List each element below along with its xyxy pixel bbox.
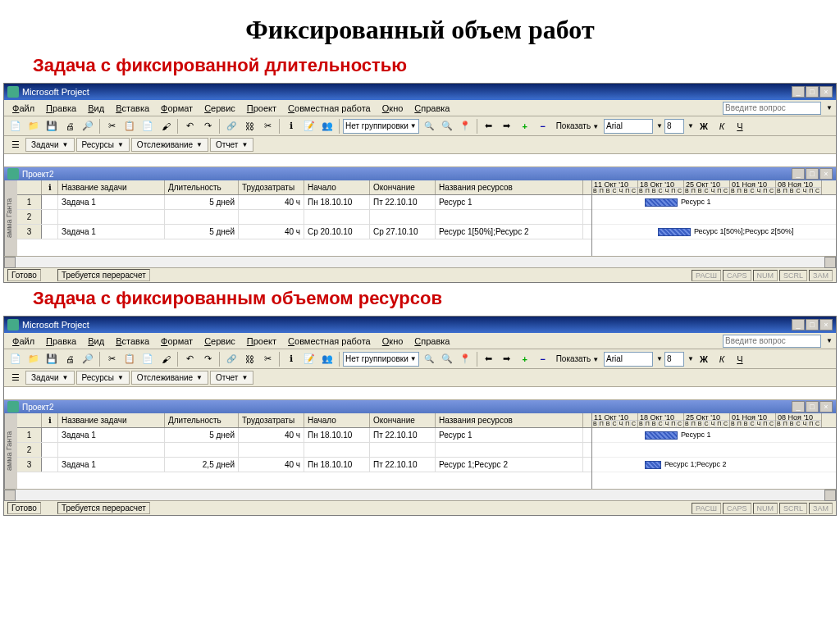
size-dropdown-arrow[interactable]: ▼	[687, 355, 694, 362]
italic-button[interactable]: К	[714, 118, 730, 134]
work-cell[interactable]: 40 ч	[239, 195, 304, 209]
resources-cell[interactable]	[436, 443, 583, 457]
doc-minimize-button[interactable]: _	[792, 401, 805, 412]
col-header-name[interactable]: Название задачи	[58, 413, 165, 427]
duration-cell[interactable]	[165, 443, 239, 457]
open-icon[interactable]	[25, 118, 42, 134]
link-icon[interactable]	[223, 118, 240, 134]
bold-button[interactable]: Ж	[696, 351, 712, 367]
end-cell[interactable]: Пт 22.10.10	[370, 195, 436, 209]
doc-maximize-button[interactable]: □	[806, 168, 819, 180]
task-name-cell[interactable]	[58, 210, 165, 224]
gantt-bar[interactable]	[645, 431, 678, 440]
menu-3[interactable]: Вставка	[111, 102, 154, 115]
doc-minimize-button[interactable]: _	[792, 168, 805, 180]
task-name-cell[interactable]: Задача 1	[58, 428, 165, 442]
open-icon[interactable]	[25, 351, 42, 367]
gantt-sidebar-label[interactable]: амма Ганта	[4, 413, 17, 489]
table-row[interactable]: 2	[17, 443, 591, 458]
zoom-icon[interactable]	[421, 351, 437, 367]
print-icon[interactable]	[62, 351, 78, 367]
collapse-icon[interactable]: −	[535, 351, 551, 367]
save-icon[interactable]	[43, 118, 60, 134]
close-button[interactable]: ×	[819, 319, 833, 330]
scroll-left-button[interactable]	[4, 490, 16, 501]
show-label[interactable]: Показать▼	[553, 121, 602, 130]
table-row[interactable]: 1 Задача 1 5 дней 40 ч Пн 18.10.10 Пт 22…	[17, 428, 591, 443]
link-icon[interactable]	[223, 351, 240, 367]
view-tab-1[interactable]: Ресурсы▼	[76, 371, 130, 385]
notes-icon[interactable]: 📝	[301, 118, 317, 134]
menu-3[interactable]: Вставка	[111, 335, 154, 348]
col-header-work[interactable]: Трудозатраты	[239, 180, 304, 194]
maximize-button[interactable]: □	[806, 319, 819, 330]
view-tab-1[interactable]: Ресурсы▼	[76, 138, 130, 152]
row-number[interactable]: 2	[17, 210, 42, 224]
minimize-button[interactable]: _	[792, 86, 805, 98]
italic-button[interactable]: К	[714, 351, 730, 367]
cut-icon[interactable]	[103, 118, 120, 134]
font-name-dropdown[interactable]: Arial	[604, 119, 653, 134]
gantt-bar[interactable]	[645, 461, 661, 469]
info-icon[interactable]: ℹ	[283, 118, 299, 134]
view-tab-2[interactable]: Отслеживание▼	[131, 371, 208, 385]
help-dropdown-icon[interactable]: ▼	[826, 337, 833, 344]
menu-1[interactable]: Правка	[41, 102, 81, 115]
zoom-icon[interactable]	[421, 118, 437, 134]
menu-7[interactable]: Совместная работа	[283, 335, 376, 348]
duration-cell[interactable]: 5 дней	[165, 428, 239, 442]
end-cell[interactable]: Пт 22.10.10	[370, 458, 436, 472]
font-dropdown-arrow[interactable]: ▼	[656, 122, 663, 130]
col-header-info[interactable]: ℹ	[42, 180, 58, 194]
gantt-bar[interactable]	[645, 198, 678, 207]
goto-icon[interactable]: 📍	[457, 118, 473, 134]
work-cell[interactable]	[239, 443, 304, 457]
view-tab-0[interactable]: Задачи▼	[25, 371, 75, 385]
resources-cell[interactable]	[436, 210, 583, 224]
resources-cell[interactable]: Ресурс 1;Ресурс 2	[436, 458, 583, 472]
font-size-dropdown[interactable]: 8	[664, 119, 684, 134]
redo-icon[interactable]	[199, 351, 216, 367]
indent-icon[interactable]: ➡	[499, 118, 515, 134]
minimize-button[interactable]: _	[792, 319, 805, 330]
split-icon[interactable]: ✂	[259, 118, 276, 134]
redo-icon[interactable]	[199, 118, 216, 134]
help-search-input[interactable]	[723, 102, 821, 115]
table-row[interactable]: 3 Задача 1 5 дней 40 ч Ср 20.10.10 Ср 27…	[17, 225, 591, 239]
print-preview-icon[interactable]: 🔎	[80, 351, 96, 367]
menu-7[interactable]: Совместная работа	[283, 102, 376, 115]
unlink-icon[interactable]: ⛓	[241, 351, 258, 367]
undo-icon[interactable]	[181, 351, 198, 367]
menu-9[interactable]: Справка	[409, 335, 454, 348]
scroll-right-button[interactable]	[824, 490, 836, 501]
row-number[interactable]: 3	[17, 225, 42, 239]
zoom-out-icon[interactable]: 🔍	[439, 351, 455, 367]
col-header-duration[interactable]: Длительность	[165, 180, 239, 194]
gantt-body[interactable]: Ресурс 1Ресурс 1[50%];Ресурс 2[50%]	[592, 195, 836, 239]
group-dropdown[interactable]: Нет группировки▼	[343, 119, 419, 134]
outdent-icon[interactable]: ⬅	[481, 351, 497, 367]
end-cell[interactable]	[370, 210, 436, 224]
task-name-cell[interactable]: Задача 1	[58, 225, 165, 239]
table-row[interactable]: 2	[17, 210, 591, 225]
start-cell[interactable]: Пн 18.10.10	[304, 428, 370, 442]
menu-8[interactable]: Окно	[377, 335, 409, 348]
view-tab-0[interactable]: Задачи▼	[25, 138, 75, 152]
col-header-info[interactable]: ℹ	[42, 413, 58, 427]
end-cell[interactable]: Ср 27.10.10	[370, 225, 436, 239]
table-row[interactable]: 3 Задача 1 2,5 дней 40 ч Пн 18.10.10 Пт …	[17, 458, 591, 472]
bold-button[interactable]: Ж	[696, 118, 712, 134]
duration-cell[interactable]	[165, 210, 239, 224]
start-cell[interactable]: Пн 18.10.10	[304, 458, 370, 472]
view-list-icon[interactable]: ☰	[7, 370, 24, 386]
work-cell[interactable]: 40 ч	[239, 225, 304, 239]
gantt-body[interactable]: Ресурс 1Ресурс 1;Ресурс 2	[592, 428, 836, 472]
scroll-track[interactable]	[16, 490, 824, 500]
menu-0[interactable]: Файл	[7, 102, 39, 115]
titlebar[interactable]: Microsoft Project _ □ ×	[4, 317, 836, 333]
col-header-num[interactable]	[17, 413, 42, 427]
cut-icon[interactable]	[103, 351, 120, 367]
row-number[interactable]: 1	[17, 195, 42, 209]
maximize-button[interactable]: □	[806, 86, 819, 98]
resources-cell[interactable]: Ресурс 1[50%];Ресурс 2	[436, 225, 583, 239]
